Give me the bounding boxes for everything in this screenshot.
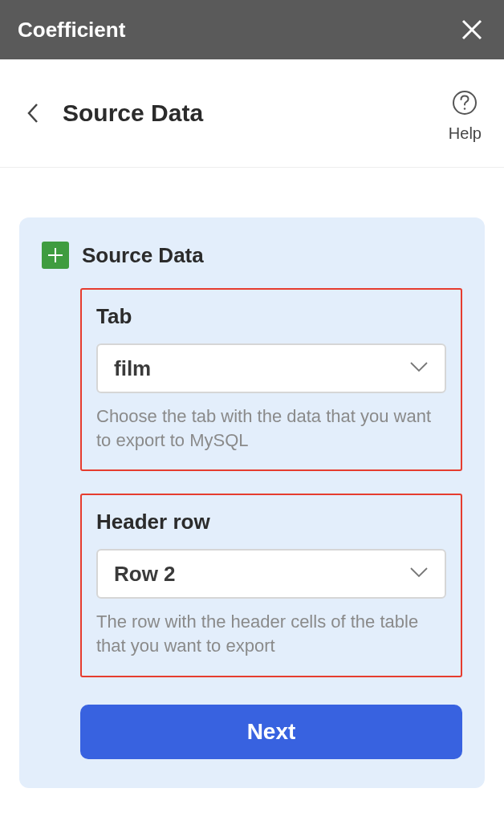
content-area: Source Data Tab film Choose the tab with… (0, 168, 504, 788)
page-header: Source Data Help (0, 59, 504, 168)
chevron-down-icon (409, 567, 429, 581)
header-row-select[interactable]: Row 2 (96, 549, 446, 599)
header-row-field-helper: The row with the header cells of the tab… (96, 610, 446, 657)
chevron-left-icon (26, 102, 40, 124)
help-button[interactable]: Help (449, 89, 482, 143)
tab-field-helper: Choose the tab with the data that you wa… (96, 404, 446, 452)
tab-select[interactable]: film (96, 343, 446, 393)
close-button[interactable] (457, 15, 486, 44)
tab-field-group: Tab film Choose the tab with the data th… (80, 288, 462, 471)
chevron-down-icon (409, 361, 429, 376)
header-row-select-value: Row 2 (114, 562, 176, 587)
back-button[interactable] (22, 103, 43, 124)
svg-point-3 (464, 108, 465, 109)
next-button-label: Next (247, 719, 296, 745)
card-title: Source Data (82, 243, 204, 268)
help-label: Help (449, 124, 482, 143)
tab-select-value: film (114, 356, 151, 381)
page-header-left: Source Data (22, 100, 203, 127)
close-icon (461, 18, 483, 41)
app-name: Coefficient (18, 18, 125, 43)
header-row-field-group: Header row Row 2 The row with the header… (80, 494, 462, 677)
next-button[interactable]: Next (80, 705, 462, 759)
source-data-card: Source Data Tab film Choose the tab with… (19, 217, 485, 788)
titlebar: Coefficient (0, 0, 504, 59)
spreadsheet-icon (42, 242, 69, 269)
card-header: Source Data (42, 242, 462, 269)
tab-field-label: Tab (96, 304, 446, 329)
help-icon (451, 89, 478, 120)
page-title: Source Data (63, 100, 203, 127)
header-row-field-label: Header row (96, 510, 446, 534)
